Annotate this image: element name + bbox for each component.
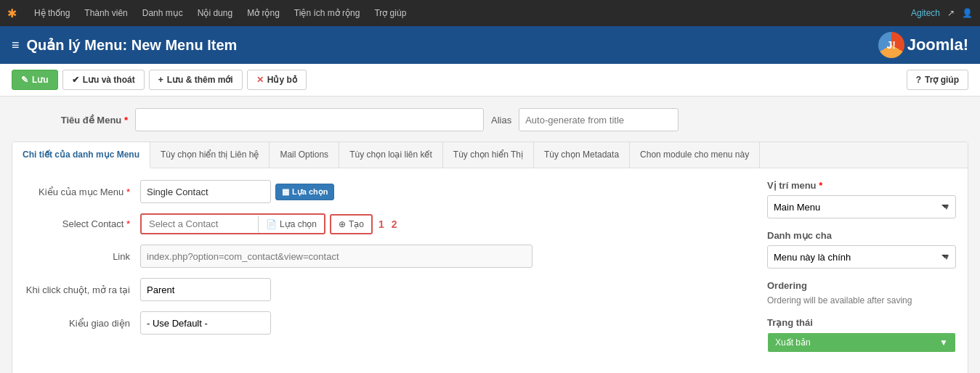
toolbar: ✎ Lưu ✔ Lưu và thoát + Lưu & thêm mới ✕ … bbox=[0, 64, 980, 97]
ordering-text: Ordering will be available after saving bbox=[767, 295, 956, 306]
alias-label: Alias bbox=[491, 115, 511, 126]
trangthai-label: Trạng thái bbox=[767, 317, 956, 328]
kieu-muc-menu-label: Kiểu của mục Menu * bbox=[24, 186, 140, 197]
vitri-section: Vị trí menu * Main Menu bbox=[767, 180, 956, 218]
select-contact-value: Select a Contact 📄 Lựa chọn ⊕ Tạo 1 bbox=[140, 213, 753, 234]
vitri-select-wrapper: Main Menu bbox=[767, 195, 956, 218]
link-value-display: index.php?option=com_contact&view=contac… bbox=[140, 245, 532, 268]
danhmuccha-label: Danh mục cha bbox=[767, 230, 956, 241]
help-button[interactable]: ? Trợ giúp bbox=[907, 70, 968, 90]
two-column-layout: Kiểu của mục Menu * Single Contact ▦ Lựa… bbox=[24, 180, 956, 364]
khi-click-label: Khi click chuột, mở ra tại bbox=[24, 284, 140, 295]
agitech-link[interactable]: Agitech bbox=[911, 8, 940, 18]
khi-click-value: Parent bbox=[140, 278, 753, 301]
tab-mail-options[interactable]: Mail Options bbox=[270, 142, 339, 168]
tab-loai-lienket[interactable]: Tùy chọn loại liên kết bbox=[339, 142, 443, 168]
grid-icon: ▦ bbox=[282, 187, 289, 197]
plus-circle-icon: ⊕ bbox=[339, 219, 346, 229]
nav-item-hethong[interactable]: Hệ thống bbox=[27, 0, 77, 26]
kieu-lua-chon-button[interactable]: ▦ Lựa chọn bbox=[275, 184, 334, 200]
select-contact-row: Select Contact * Select a Contact 📄 Lựa … bbox=[24, 213, 753, 234]
joomla-circle-logo: J! bbox=[878, 32, 904, 58]
save-button[interactable]: ✎ Lưu bbox=[12, 70, 58, 90]
nav-item-noidung[interactable]: Nội dung bbox=[190, 0, 240, 26]
right-column: Vị trí menu * Main Menu Danh mục cha bbox=[767, 180, 956, 364]
alias-input[interactable] bbox=[519, 108, 679, 131]
link-value-container: index.php?option=com_contact&view=contac… bbox=[140, 245, 753, 268]
menu-bars-icon: ≡ bbox=[12, 38, 20, 53]
title-alias-row: Tiêu đề Menu * Alias bbox=[12, 108, 968, 131]
toolbar-left: ✎ Lưu ✔ Lưu và thoát + Lưu & thêm mới ✕ … bbox=[12, 70, 307, 90]
chevron-down-icon: ▼ bbox=[939, 337, 948, 348]
link-row: Link index.php?option=com_contact&view=c… bbox=[24, 245, 753, 268]
kieu-muc-menu-value: Single Contact ▦ Lựa chọn bbox=[140, 180, 753, 203]
nav-item-morong[interactable]: Mở rộng bbox=[240, 0, 287, 26]
joomla-brand: J! Joomla! bbox=[878, 32, 968, 58]
joomla-text: Joomla! bbox=[907, 36, 968, 54]
kieu-gd-row: Kiểu giao diện - Use Default - bbox=[24, 311, 753, 335]
trangthai-section: Trạng thái Xuất bản ▼ bbox=[767, 317, 956, 353]
times-icon: ✕ bbox=[256, 75, 264, 85]
danhmuccha-select-wrapper: Menu này là chính bbox=[767, 245, 956, 269]
tab-tuychon-lienhe[interactable]: Tùy chọn hiển thị Liên hệ bbox=[150, 142, 270, 168]
kieu-gd-select[interactable]: - Use Default - bbox=[140, 311, 271, 335]
cancel-button[interactable]: ✕ Hủy bỏ bbox=[247, 70, 307, 90]
tabs-bar: Chi tiết của danh mục Menu Tùy chọn hiển… bbox=[12, 142, 968, 168]
kieu-gd-value: - Use Default - bbox=[140, 311, 753, 335]
tab-metadata[interactable]: Tùy chọn Metadata bbox=[534, 142, 630, 168]
badge-2: 2 bbox=[392, 218, 397, 230]
tab-content: Kiểu của mục Menu * Single Contact ▦ Lựa… bbox=[12, 168, 968, 373]
tieu-de-input[interactable] bbox=[135, 108, 484, 131]
left-column: Kiểu của mục Menu * Single Contact ▦ Lựa… bbox=[24, 180, 753, 364]
toolbar-right: ? Trợ giúp bbox=[907, 70, 968, 90]
nav-left: ✱ Hệ thống Thành viên Danh mục Nội dung … bbox=[7, 0, 413, 26]
tao-button[interactable]: ⊕ Tạo bbox=[330, 214, 373, 234]
nav-item-danhmuc[interactable]: Danh mục bbox=[135, 0, 190, 26]
khi-click-row: Khi click chuột, mở ra tại Parent bbox=[24, 278, 753, 301]
tab-hienthi[interactable]: Tùy chọn hiển Thị bbox=[443, 142, 534, 168]
trangthai-button[interactable]: Xuất bản ▼ bbox=[767, 332, 956, 353]
user-icon: 👤 bbox=[962, 8, 973, 18]
select-contact-luachon-button[interactable]: 📄 Lựa chọn bbox=[258, 216, 324, 233]
joomla-logo-icon: ✱ bbox=[7, 7, 17, 20]
save-new-button[interactable]: + Lưu & thêm mới bbox=[149, 70, 243, 90]
file-icon: 📄 bbox=[266, 219, 277, 229]
select-contact-label: Select Contact * bbox=[24, 218, 140, 229]
page-title: Quản lý Menu: New Menu Item bbox=[27, 36, 238, 54]
vitri-label: Vị trí menu * bbox=[767, 180, 956, 191]
main-form-panel: Chi tiết của danh mục Menu Tùy chọn hiển… bbox=[12, 142, 968, 373]
danhmuccha-select[interactable]: Menu này là chính bbox=[767, 245, 956, 269]
menu-type-display: Single Contact bbox=[140, 180, 271, 203]
ordering-label: Ordering bbox=[767, 280, 956, 291]
nav-right: Agitech ↗ 👤 bbox=[911, 8, 973, 18]
select-contact-box: Select a Contact 📄 Lựa chọn bbox=[140, 213, 325, 234]
plus-icon: + bbox=[158, 75, 163, 85]
top-navigation: ✱ Hệ thống Thành viên Danh mục Nội dung … bbox=[0, 0, 980, 26]
save-close-button[interactable]: ✔ Lưu và thoát bbox=[62, 70, 145, 90]
khi-click-select[interactable]: Parent bbox=[140, 278, 271, 301]
header-bar: ≡ Quản lý Menu: New Menu Item J! Joomla! bbox=[0, 26, 980, 64]
badge-1: 1 bbox=[378, 218, 384, 230]
tab-chitiet[interactable]: Chi tiết của danh mục Menu bbox=[12, 142, 150, 168]
tab-module[interactable]: Chon module cho menu này bbox=[630, 142, 760, 168]
nav-item-thanhvien[interactable]: Thành viên bbox=[77, 0, 134, 26]
nav-item-tienich[interactable]: Tiện ích mở rộng bbox=[287, 0, 368, 26]
vitri-select[interactable]: Main Menu bbox=[767, 195, 956, 218]
kieu-gd-label: Kiểu giao diện bbox=[24, 318, 140, 329]
external-icon: ↗ bbox=[947, 8, 955, 18]
danhmuccha-section: Danh mục cha Menu này là chính bbox=[767, 230, 956, 269]
kieu-muc-menu-row: Kiểu của mục Menu * Single Contact ▦ Lựa… bbox=[24, 180, 753, 203]
nav-item-trogiup[interactable]: Trợ giúp bbox=[367, 0, 413, 26]
page-title-container: ≡ Quản lý Menu: New Menu Item bbox=[12, 36, 237, 54]
question-icon: ? bbox=[916, 75, 921, 85]
content-area: Tiêu đề Menu * Alias Chi tiết của danh m… bbox=[0, 97, 980, 373]
tieu-de-label: Tiêu đề Menu * bbox=[12, 115, 128, 126]
check-icon: ✔ bbox=[72, 75, 79, 85]
save-icon: ✎ bbox=[21, 75, 28, 85]
contact-text-display: Select a Contact bbox=[142, 215, 258, 233]
link-label: Link bbox=[24, 251, 140, 262]
ordering-section: Ordering Ordering will be available afte… bbox=[767, 280, 956, 306]
